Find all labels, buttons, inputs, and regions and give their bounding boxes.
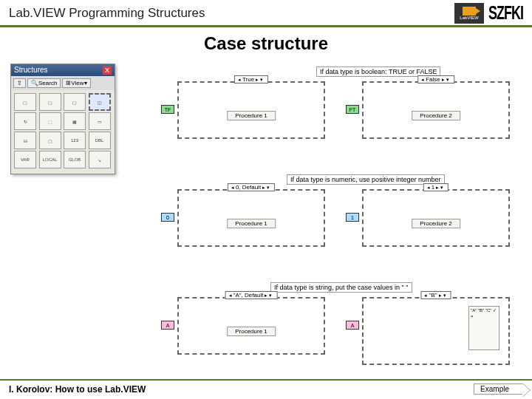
case-content: Procedure 2	[412, 219, 460, 228]
case-content: Procedure 2	[412, 111, 460, 120]
palette-item[interactable]: ↻	[14, 112, 36, 130]
labview-logo-text: LabVIEW	[460, 16, 478, 20]
case-structure-str-b: A "B" "A" "B" "C" ✓ ×	[362, 297, 510, 365]
case-content: Procedure 1	[227, 219, 276, 228]
case-structure-true: TF True Procedure 1	[177, 81, 325, 139]
case-content: Procedure 1	[227, 111, 276, 120]
palette-item[interactable]: LOCAL	[39, 151, 61, 168]
string-terminal: A	[161, 321, 174, 330]
case-selector[interactable]: 0, Default	[228, 183, 275, 191]
case-selector[interactable]: True	[234, 75, 268, 83]
palette-item[interactable]: ▭	[89, 112, 111, 130]
palette-titlebar: Structures X	[11, 64, 115, 76]
case-content: Procedure 1	[227, 327, 276, 336]
boolean-terminal: TF	[161, 105, 174, 114]
palette-item[interactable]: ▢	[39, 132, 61, 149]
note-string: If data type is string, put the case val…	[270, 282, 412, 293]
case-selector[interactable]: 1	[423, 183, 449, 191]
palette-item[interactable]: GLOB	[64, 151, 86, 168]
case-structure-str-default: A "A", Default Procedure 1	[177, 297, 325, 355]
labview-logo: LabVIEW	[454, 3, 484, 24]
palette-grid: ▢ ▢ ▢ ◫ ↻ ⬚ ▦ ▭ ⊟ ▢ 123 DBL VAR LOCAL GL…	[11, 90, 115, 171]
case-structure-num-1: 1 1 Procedure 2	[362, 189, 510, 247]
case-selector[interactable]: "B"	[420, 291, 451, 299]
case-structure-false: FT False Procedure 2	[362, 81, 510, 139]
numeric-terminal: 0	[161, 213, 174, 222]
palette-item-case-selected[interactable]: ◫	[89, 93, 111, 111]
string-list-menu[interactable]: "A" "B" "C" ✓ ×	[468, 306, 499, 350]
case-structure-num-default: 0 0, Default Procedure 1	[177, 189, 325, 247]
up-button[interactable]: ⇧	[13, 78, 26, 88]
slide-footer: I. Korolov: How to use Lab.VIEW Example	[0, 379, 532, 399]
string-terminal: A	[346, 321, 359, 330]
palette-toolbar: ⇧ 🔍Search ⊞View▾	[11, 76, 115, 90]
footer-author: I. Korolov: How to use Lab.VIEW	[9, 384, 146, 395]
palette-item[interactable]: ▢	[14, 93, 36, 111]
example-link[interactable]: Example	[474, 383, 523, 395]
palette-item[interactable]: ⊟	[14, 132, 36, 149]
header-logos: LabVIEW SZFKI	[454, 3, 523, 24]
palette-item[interactable]: ↘	[89, 151, 111, 168]
case-selector[interactable]: "A", Default	[225, 291, 278, 299]
slide-header: Lab.VIEW Programming Structures LabVIEW …	[0, 0, 532, 27]
palette-title-text: Structures	[14, 66, 48, 75]
palette-item[interactable]: DBL	[89, 132, 111, 149]
palette-item[interactable]: 123	[64, 132, 86, 149]
palette-item[interactable]: ▢	[64, 93, 86, 111]
palette-item[interactable]: VAR	[14, 151, 36, 168]
view-button[interactable]: ⊞View▾	[62, 78, 90, 88]
palette-item[interactable]: ▦	[64, 112, 86, 130]
structures-palette[interactable]: Structures X ⇧ 🔍Search ⊞View▾ ▢ ▢ ▢ ◫ ↻ …	[10, 64, 115, 174]
main-title: Case structure	[0, 33, 532, 54]
numeric-terminal: 1	[346, 213, 359, 222]
palette-item[interactable]: ▢	[39, 93, 61, 111]
search-button[interactable]: 🔍Search	[27, 78, 61, 88]
szfki-logo: SZFKI	[488, 6, 523, 21]
boolean-terminal: FT	[346, 105, 359, 114]
diagram-content: If data type is boolean: TRUE or FALSE I…	[133, 64, 522, 369]
header-title: Lab.VIEW Programming Structures	[9, 6, 205, 21]
note-numeric: If data type is numeric, use positive in…	[287, 174, 445, 185]
palette-item[interactable]: ⬚	[39, 112, 61, 130]
labview-icon	[463, 7, 476, 16]
close-icon[interactable]: X	[103, 66, 112, 75]
case-selector[interactable]: False	[417, 75, 454, 83]
